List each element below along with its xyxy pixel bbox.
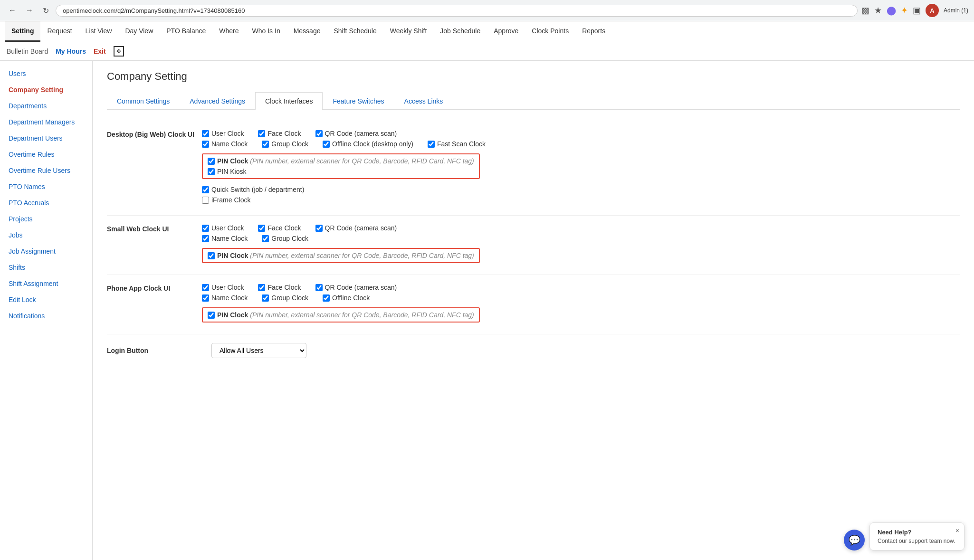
phone-app-qr-code-checkbox[interactable] [315,284,323,291]
tab-access-links[interactable]: Access Links [394,92,453,110]
exit-link[interactable]: Exit [94,47,106,55]
nav-approve[interactable]: Approve [487,21,525,42]
small-web-name-clock-checkbox[interactable] [202,235,209,242]
desktop-fast-scan-clock-checkbox[interactable] [428,141,435,148]
sidebar-item-projects[interactable]: Projects [0,211,92,227]
sidebar-item-departments[interactable]: Departments [0,98,92,114]
phone-app-name-clock-checkbox[interactable] [202,294,209,302]
desktop-quick-switch[interactable]: Quick Switch (job / department) [202,186,304,193]
desktop-pin-clock-box: PIN Clock (PIN number, external scanner … [202,153,480,179]
desktop-pin-clock[interactable]: PIN Clock (PIN number, external scanner … [208,157,474,165]
nav-job-schedule[interactable]: Job Schedule [433,21,487,42]
reload-button[interactable]: ↻ [40,5,52,16]
desktop-pin-kiosk-checkbox[interactable] [208,168,215,175]
chat-bubble-button[interactable]: 💬 [844,530,865,551]
sidebar-item-overtime-rule-users[interactable]: Overtime Rule Users [0,162,92,179]
phone-app-user-clock-checkbox[interactable] [202,284,209,291]
nav-pto-balance[interactable]: PTO Balance [160,21,212,42]
sidebar-item-pto-names[interactable]: PTO Names [0,179,92,195]
desktop-iframe-clock[interactable]: iFrame Clock [202,196,250,204]
nav-list-view[interactable]: List View [79,21,119,42]
sidebar-item-notifications[interactable]: Notifications [0,308,92,324]
nav-reports[interactable]: Reports [575,21,612,42]
tab-advanced-settings[interactable]: Advanced Settings [180,92,255,110]
sidebar-item-company-setting[interactable]: Company Setting [0,82,92,98]
desktop-face-clock-checkbox[interactable] [258,130,265,137]
desktop-qr-code[interactable]: QR Code (camera scan) [315,130,397,137]
nav-weekly-shift[interactable]: Weekly Shift [383,21,434,42]
phone-app-offline-clock[interactable]: Offline Clock [323,294,370,302]
login-button-select[interactable]: Allow All Users Restrict Users [211,343,306,358]
small-web-pin-clock[interactable]: PIN Clock (PIN number, external scanner … [208,252,474,259]
sidebar-item-pto-accruals[interactable]: PTO Accruals [0,195,92,211]
browser-icons: ▩ ★ ⬤ ✦ ▣ A Admin (1) [861,4,968,17]
desktop-pin-clock-checkbox[interactable] [208,158,215,165]
desktop-name-clock-checkbox[interactable] [202,141,209,148]
small-web-group-clock-checkbox[interactable] [262,235,269,242]
nav-message[interactable]: Message [287,21,327,42]
phone-app-name-clock[interactable]: Name Clock [202,294,248,302]
desktop-offline-clock-checkbox[interactable] [323,141,330,148]
small-web-name-clock[interactable]: Name Clock [202,235,248,242]
nav-setting[interactable]: Setting [5,21,40,42]
phone-app-pin-clock[interactable]: PIN Clock (PIN number, external scanner … [208,311,474,319]
tab-feature-switches[interactable]: Feature Switches [323,92,394,110]
sidebar-item-overtime-rules[interactable]: Overtime Rules [0,146,92,162]
sidebar-item-job-assignment[interactable]: Job Assignment [0,243,92,259]
nav-clock-points[interactable]: Clock Points [525,21,575,42]
sidebar-item-users[interactable]: Users [0,66,92,82]
back-button[interactable]: ← [6,5,19,16]
desktop-iframe-clock-checkbox[interactable] [202,197,209,204]
small-web-pin-clock-checkbox[interactable] [208,252,215,259]
secondary-navigation: Bulletin Board My Hours Exit ✥ [0,42,974,61]
sidebar-item-shift-assignment[interactable]: Shift Assignment [0,275,92,292]
nav-shift-schedule[interactable]: Shift Schedule [327,21,383,42]
desktop-face-clock[interactable]: Face Clock [258,130,301,137]
my-hours-link[interactable]: My Hours [56,47,86,55]
star-icon[interactable]: ★ [874,5,882,16]
desktop-fast-scan-clock[interactable]: Fast Scan Clock [428,140,486,148]
small-web-face-clock[interactable]: Face Clock [258,224,301,232]
nav-day-view[interactable]: Day View [118,21,160,42]
desktop-qr-code-checkbox[interactable] [315,130,323,137]
tab-common-settings[interactable]: Common Settings [107,92,180,110]
forward-button[interactable]: → [23,5,36,16]
sidebar-item-jobs[interactable]: Jobs [0,227,92,243]
address-bar[interactable] [56,5,858,17]
sidebar-item-department-managers[interactable]: Department Managers [0,114,92,130]
phone-app-offline-clock-checkbox[interactable] [323,294,330,302]
small-web-user-clock-checkbox[interactable] [202,225,209,232]
desktop-group-clock[interactable]: Group Clock [262,140,308,148]
phone-app-group-clock[interactable]: Group Clock [262,294,308,302]
phone-app-face-clock[interactable]: Face Clock [258,284,301,291]
tab-clock-interfaces[interactable]: Clock Interfaces [255,92,323,110]
desktop-user-clock-label: User Clock [211,130,244,137]
bulletin-board-link[interactable]: Bulletin Board [7,47,48,55]
desktop-group-clock-checkbox[interactable] [262,141,269,148]
desktop-offline-clock[interactable]: Offline Clock (desktop only) [323,140,413,148]
nav-request[interactable]: Request [40,21,78,42]
small-web-qr-code[interactable]: QR Code (camera scan) [315,224,397,232]
exit-icon[interactable]: ✥ [114,46,124,57]
phone-app-user-clock[interactable]: User Clock [202,284,244,291]
desktop-user-clock-checkbox[interactable] [202,130,209,137]
desktop-name-clock-label: Name Clock [211,140,248,148]
desktop-quick-switch-checkbox[interactable] [202,186,209,193]
small-web-qr-code-checkbox[interactable] [315,225,323,232]
desktop-pin-kiosk[interactable]: PIN Kiosk [208,168,474,175]
desktop-name-clock[interactable]: Name Clock [202,140,248,148]
sidebar-item-department-users[interactable]: Department Users [0,130,92,146]
nav-where[interactable]: Where [212,21,245,42]
small-web-group-clock[interactable]: Group Clock [262,235,308,242]
sidebar-item-edit-lock[interactable]: Edit Lock [0,292,92,308]
small-web-face-clock-checkbox[interactable] [258,225,265,232]
desktop-user-clock[interactable]: User Clock [202,130,244,137]
phone-app-pin-clock-checkbox[interactable] [208,312,215,319]
phone-app-face-clock-checkbox[interactable] [258,284,265,291]
nav-who-is-in[interactable]: Who Is In [246,21,287,42]
small-web-user-clock[interactable]: User Clock [202,224,244,232]
phone-app-group-clock-checkbox[interactable] [262,294,269,302]
phone-app-qr-code[interactable]: QR Code (camera scan) [315,284,397,291]
sidebar-item-shifts[interactable]: Shifts [0,259,92,275]
help-close-button[interactable]: × [955,527,959,534]
